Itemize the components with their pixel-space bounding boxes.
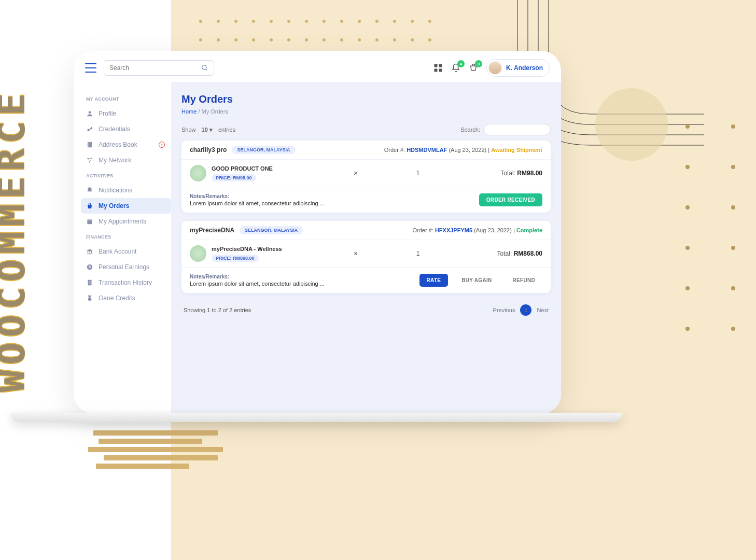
pager: Previous 1 Next: [493, 304, 549, 316]
bg-dots-row: [192, 16, 439, 44]
notifications-badge: 4: [457, 60, 465, 67]
sidebar-section-activities: ACTIVITIES: [86, 173, 171, 178]
entries-select: Show 10 ▾ entries: [181, 127, 235, 133]
search-label: Search:: [460, 127, 480, 133]
order-id-link[interactable]: HDSMDVMLAF: [407, 147, 447, 153]
order-notes: Notes/Remarks: Lorem ipsum dolor sit ame…: [190, 193, 473, 206]
table-controls: Show 10 ▾ entries Search:: [181, 124, 551, 135]
notes-label: Notes/Remarks:: [190, 193, 473, 199]
sidebar-item-profile[interactable]: Profile: [86, 106, 171, 121]
entries-label: entries: [218, 127, 235, 133]
sidebar-item-my-network[interactable]: My Network: [86, 152, 171, 168]
sidebar-item-credentials[interactable]: Credentials: [86, 121, 171, 137]
svg-rect-2: [435, 64, 438, 67]
order-footer: Notes/Remarks: Lorem ipsum dolor sit ame…: [181, 187, 551, 213]
sidebar-item-my-appointments[interactable]: My Appointments: [86, 214, 171, 229]
sidebar-item-label: Profile: [99, 110, 116, 117]
book-icon: [86, 141, 93, 148]
breadcrumb-home[interactable]: Home: [181, 108, 197, 115]
bg-glitch-bars: [93, 430, 223, 472]
menu-toggle-button[interactable]: [85, 63, 96, 73]
order-id-link[interactable]: HFXXJPFYM5: [435, 227, 472, 233]
entries-value[interactable]: 10 ▾: [202, 127, 213, 133]
order-card: myPreciseDNA SELANGOR, MALAYSIA Order #:…: [181, 221, 551, 293]
price-chip: PRICE: RM868.00: [212, 255, 259, 262]
order-meta: Order #: HFXXJPFYM5 (Aug 23, 2022) | Com…: [413, 227, 543, 233]
document-icon: [86, 279, 93, 286]
sidebar-item-transaction-history[interactable]: Transaction History: [86, 275, 171, 290]
order-action-button[interactable]: ORDER RECEIVED: [479, 193, 542, 206]
show-label: Show: [181, 127, 196, 133]
chevron-down-icon: ▾: [209, 127, 213, 133]
merchant-name: charlily3 pro: [190, 146, 227, 153]
next-button[interactable]: Next: [537, 307, 549, 313]
sidebar-item-label: Gene Credits: [99, 295, 135, 302]
sidebar-item-label: Personal Earnings: [99, 263, 149, 271]
apps-grid-icon[interactable]: [433, 63, 443, 73]
order-status: Awaiting Shipment: [491, 147, 542, 153]
order-footer: Notes/Remarks: Lorem ipsum dolor sit ame…: [181, 268, 551, 293]
svg-text:$: $: [89, 265, 91, 269]
search-icon: [201, 64, 208, 72]
order-action-button[interactable]: BUY AGAIN: [454, 274, 499, 287]
notes-label: Notes/Remarks:: [190, 274, 413, 279]
quantity: 1: [366, 250, 470, 257]
notes-text: Lorem ipsum dolor sit amet, consectetur …: [190, 281, 325, 287]
sidebar-section-finances: FINANCES: [86, 234, 171, 240]
global-search[interactable]: [104, 60, 214, 76]
main-content: My Orders Home / My Orders Show 10 ▾ ent…: [171, 82, 561, 414]
quantity: 1: [366, 170, 470, 177]
alert-badge-icon: !: [159, 142, 165, 148]
notes-text: Lorem ipsum dolor sit amet, consectetur …: [190, 200, 325, 206]
breadcrumb: Home / My Orders: [181, 108, 551, 115]
order-label: Order #:: [384, 147, 407, 153]
basket-icon: [86, 202, 93, 209]
cart-badge: 3: [475, 60, 482, 67]
order-line-item: myPreciseDNA - Wellness PRICE: RM868.00 …: [181, 240, 551, 268]
search-input[interactable]: [109, 64, 197, 72]
order-status: Complete: [516, 227, 542, 233]
svg-rect-3: [439, 64, 442, 67]
previous-button[interactable]: Previous: [493, 307, 515, 313]
sidebar-item-label: My Appointments: [99, 218, 146, 225]
cart-icon[interactable]: 3: [469, 63, 478, 73]
order-action-button[interactable]: REFUND: [506, 274, 542, 287]
sidebar-item-bank-account[interactable]: Bank Account: [86, 244, 171, 259]
svg-rect-18: [87, 254, 93, 254]
sidebar-item-gene-credits[interactable]: Gene Credits: [86, 290, 171, 306]
sidebar-item-label: Address Book: [99, 141, 137, 148]
breadcrumb-current: My Orders: [202, 108, 228, 115]
dollar-icon: $: [86, 263, 93, 271]
sidebar-item-my-orders[interactable]: My Orders: [81, 198, 171, 214]
svg-rect-17: [91, 251, 92, 253]
key-icon: [86, 125, 93, 133]
order-label: Order #:: [413, 227, 435, 233]
sidebar: MY ACCOUNT Profile Credentials Address B…: [74, 82, 171, 414]
page-number[interactable]: 1: [520, 304, 531, 316]
calendar-icon: [86, 218, 93, 225]
order-header: charlily3 pro SELANGOR, MALAYSIA Order #…: [181, 141, 551, 160]
user-menu[interactable]: K. Anderson: [486, 59, 550, 77]
breadcrumb-sep: /: [197, 108, 201, 115]
svg-rect-14: [87, 219, 92, 220]
sidebar-item-notifications[interactable]: Notifications: [86, 183, 171, 198]
page-title: My Orders: [181, 93, 551, 105]
svg-point-7: [87, 129, 90, 131]
svg-point-6: [89, 111, 91, 114]
order-line-item: GOOD PRODUCT ONE PRICE: RM98.00 × 1 Tota…: [181, 160, 551, 187]
sidebar-item-personal-earnings[interactable]: $ Personal Earnings: [86, 259, 171, 275]
order-action-button[interactable]: RATE: [419, 274, 449, 287]
table-search: Search:: [460, 124, 551, 135]
network-icon: [86, 157, 93, 164]
notifications-icon[interactable]: 4: [451, 63, 460, 73]
pagination: Showing 1 to 2 of 2 entries Previous 1 N…: [181, 301, 551, 319]
pagination-info: Showing 1 to 2 of 2 entries: [184, 307, 251, 313]
laptop-base: [10, 413, 622, 422]
location-chip: SELANGOR, MALAYSIA: [240, 226, 303, 234]
table-search-input[interactable]: [483, 124, 551, 135]
sidebar-item-label: Transaction History: [99, 279, 152, 286]
price-chip: PRICE: RM98.00: [212, 174, 256, 181]
product-thumbnail: [190, 165, 206, 181]
sidebar-item-address-book[interactable]: Address Book !: [86, 137, 171, 152]
bank-icon: [86, 248, 93, 255]
